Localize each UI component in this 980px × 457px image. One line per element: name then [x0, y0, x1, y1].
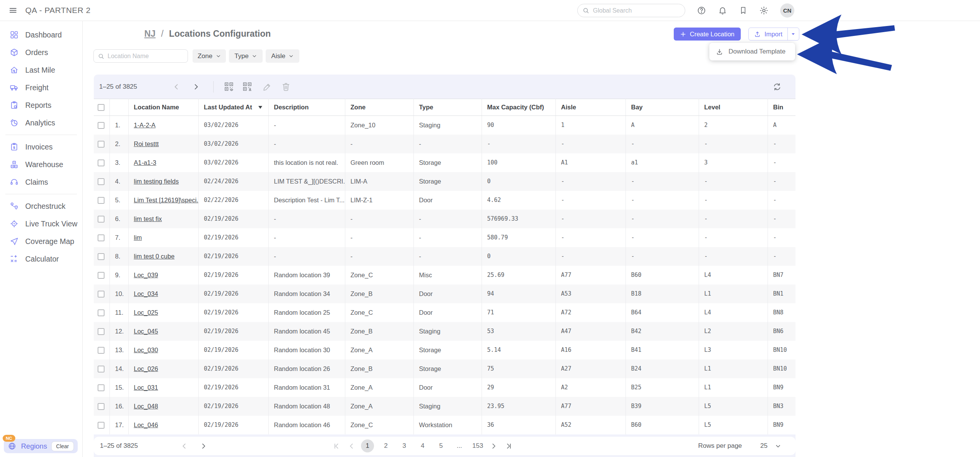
sidebar-item-analytics[interactable]: Analytics: [0, 114, 82, 132]
row-checkbox[interactable]: [98, 216, 105, 223]
row-checkbox[interactable]: [98, 328, 105, 335]
row-checkbox[interactable]: [98, 422, 105, 429]
row-checkbox[interactable]: [98, 234, 105, 241]
prev-page-icon[interactable]: [180, 442, 188, 450]
rows-per-page[interactable]: Rows per page 25: [698, 442, 781, 450]
sidebar-item-orders[interactable]: Orders: [0, 44, 82, 61]
hamburger-icon[interactable]: [8, 6, 18, 15]
page-button[interactable]: 153: [471, 439, 484, 452]
next-page-icon[interactable]: [199, 442, 207, 450]
regions-pill[interactable]: NC Regions Clear: [4, 439, 78, 453]
sidebar-item-orchestruck[interactable]: Orchestruck: [0, 197, 82, 215]
location-name-search[interactable]: [93, 49, 188, 63]
column-header[interactable]: Level: [699, 99, 768, 116]
row-checkbox[interactable]: [98, 366, 105, 372]
sidebar-item-coverage-map[interactable]: Coverage Map: [0, 233, 82, 250]
edit-pencil-icon[interactable]: [262, 82, 272, 92]
row-checkbox[interactable]: [98, 141, 105, 148]
qr-download-icon[interactable]: [242, 81, 253, 92]
sidebar-item-reports[interactable]: Reports: [0, 96, 82, 114]
location-link[interactable]: lim test 0 cube: [134, 253, 175, 260]
gear-icon[interactable]: [759, 6, 769, 15]
import-dropdown-toggle[interactable]: [787, 28, 799, 40]
next-page-icon[interactable]: [192, 83, 200, 91]
location-link[interactable]: lim testing fields: [134, 178, 179, 185]
breadcrumb-root-link[interactable]: NJ: [144, 29, 155, 39]
location-link[interactable]: lim: [134, 234, 142, 241]
row-checkbox[interactable]: [98, 253, 105, 260]
sidebar-item-freight[interactable]: Freight: [0, 79, 82, 96]
import-dropdown-menu[interactable]: Download Template: [709, 43, 795, 60]
bookmark-icon[interactable]: [739, 6, 748, 15]
column-header[interactable]: Location Name: [128, 99, 198, 116]
help-icon[interactable]: [697, 6, 706, 15]
row-checkbox[interactable]: [98, 159, 105, 166]
global-search[interactable]: [577, 4, 685, 17]
row-checkbox[interactable]: [98, 347, 105, 354]
select-all-checkbox[interactable]: [98, 104, 105, 111]
row-checkbox[interactable]: [98, 122, 105, 129]
regions-clear-button[interactable]: Clear: [51, 441, 74, 451]
page-button[interactable]: 3: [398, 439, 411, 452]
page-button[interactable]: 4: [416, 439, 429, 452]
row-checkbox[interactable]: [98, 197, 105, 204]
global-search-input[interactable]: [593, 7, 680, 14]
sidebar-item-live-truck-view[interactable]: Live Truck View: [0, 215, 82, 233]
location-link[interactable]: lim test fix: [134, 215, 162, 222]
row-checkbox[interactable]: [98, 178, 105, 185]
sort-filter-icon[interactable]: [258, 105, 263, 110]
location-name-input[interactable]: [108, 53, 187, 60]
location-link[interactable]: Loc_031: [134, 384, 158, 391]
sidebar-item-warehouse[interactable]: Warehouse: [0, 156, 82, 173]
create-location-button[interactable]: Create Location: [674, 28, 741, 41]
zone-filter[interactable]: Zone: [193, 49, 226, 63]
sidebar-item-dashboard[interactable]: Dashboard: [0, 26, 82, 44]
location-link[interactable]: Roi testtt: [134, 140, 159, 147]
sidebar-item-claims[interactable]: Claims: [0, 173, 82, 191]
row-checkbox[interactable]: [98, 291, 105, 298]
prev-page-icon[interactable]: [346, 442, 357, 450]
page-button[interactable]: 2: [379, 439, 392, 452]
location-link[interactable]: Loc_045: [134, 328, 158, 335]
row-checkbox[interactable]: [98, 272, 105, 279]
avatar[interactable]: CN: [780, 3, 794, 18]
column-header[interactable]: Aisle: [555, 99, 626, 116]
page-button[interactable]: 5: [434, 439, 448, 452]
location-link[interactable]: Loc_034: [134, 290, 158, 297]
aisle-filter[interactable]: Aisle: [266, 49, 299, 63]
next-page-icon[interactable]: [488, 442, 499, 450]
row-checkbox[interactable]: [98, 384, 105, 391]
column-header[interactable]: Zone: [345, 99, 413, 116]
type-filter[interactable]: Type: [229, 49, 263, 63]
column-header[interactable]: Type: [413, 99, 482, 116]
location-link[interactable]: Loc_046: [134, 421, 158, 428]
location-link[interactable]: 1-A-2-A: [134, 122, 156, 128]
column-header[interactable]: Last Updated At: [198, 99, 268, 116]
row-checkbox[interactable]: [98, 309, 105, 316]
first-page-icon[interactable]: [331, 442, 342, 450]
qr-view-icon[interactable]: [224, 81, 234, 92]
column-header[interactable]: Max Capacity (Cbf): [482, 99, 555, 116]
trash-icon[interactable]: [281, 82, 291, 92]
location-link[interactable]: Loc_039: [134, 272, 158, 278]
sidebar-item-last-mile[interactable]: Last Mile: [0, 61, 82, 79]
last-page-icon[interactable]: [503, 442, 514, 450]
location-link[interactable]: Loc_030: [134, 346, 158, 353]
prev-page-icon[interactable]: [172, 83, 181, 91]
table-row: 15.Loc_03102/19/2026Random location 31Zo…: [94, 378, 795, 397]
import-button[interactable]: Import: [749, 28, 787, 40]
location-link[interactable]: Loc_026: [134, 365, 158, 372]
column-header[interactable]: Bin: [768, 99, 795, 116]
row-checkbox[interactable]: [98, 403, 105, 410]
page-button[interactable]: 1: [361, 439, 374, 452]
bell-icon[interactable]: [718, 6, 727, 15]
location-link[interactable]: Lim Test [12619]\speci...: [134, 197, 199, 203]
location-link[interactable]: A1-a1-3: [134, 159, 157, 166]
refresh-icon[interactable]: [772, 82, 782, 92]
location-link[interactable]: Loc_025: [134, 309, 158, 316]
column-header[interactable]: Description: [268, 99, 345, 116]
column-header[interactable]: Bay: [626, 99, 699, 116]
sidebar-item-calculator[interactable]: Calculator: [0, 250, 82, 268]
location-link[interactable]: Loc_048: [134, 403, 158, 410]
sidebar-item-invoices[interactable]: $ Invoices: [0, 138, 82, 156]
